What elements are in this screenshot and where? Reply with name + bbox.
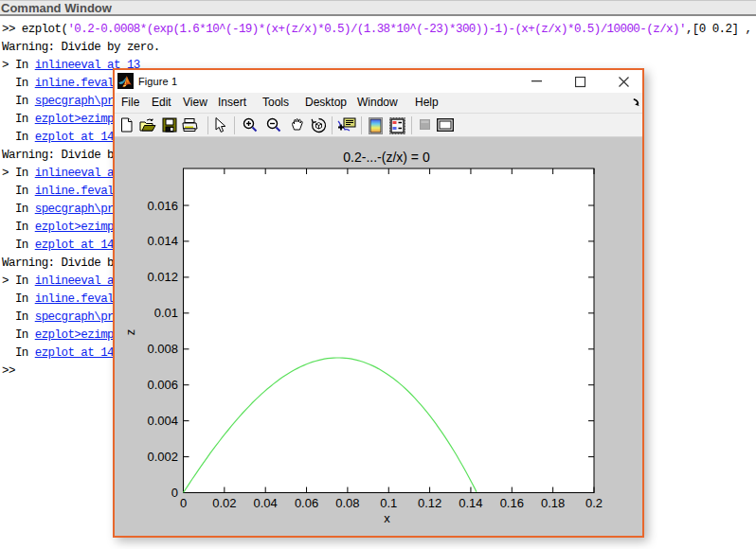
svg-text:0.002: 0.002 xyxy=(147,450,178,464)
svg-text:0.014: 0.014 xyxy=(147,234,178,248)
svg-text:0.12: 0.12 xyxy=(418,496,441,510)
svg-text:0.012: 0.012 xyxy=(147,270,178,284)
svg-text:0.04: 0.04 xyxy=(254,496,278,510)
svg-text:0.06: 0.06 xyxy=(295,496,318,510)
svg-text:0.16: 0.16 xyxy=(500,496,524,510)
svg-text:0.08: 0.08 xyxy=(335,496,359,510)
svg-text:0.01: 0.01 xyxy=(154,306,178,320)
svg-text:0.016: 0.016 xyxy=(147,199,178,213)
svg-text:0: 0 xyxy=(171,486,178,500)
svg-text:x: x xyxy=(384,511,390,525)
svg-text:0.004: 0.004 xyxy=(147,414,178,428)
svg-text:0.006: 0.006 xyxy=(147,378,178,392)
svg-text:0.18: 0.18 xyxy=(541,496,565,510)
svg-text:0.14: 0.14 xyxy=(459,496,482,510)
svg-text:0.02: 0.02 xyxy=(212,496,236,510)
svg-text:0.008: 0.008 xyxy=(147,342,178,356)
svg-text:0.1: 0.1 xyxy=(380,496,397,510)
svg-text:z: z xyxy=(123,329,137,336)
svg-text:0.2-...-(z/x) = 0: 0.2-...-(z/x) = 0 xyxy=(343,150,430,165)
svg-text:0: 0 xyxy=(180,496,187,510)
svg-text:0.2: 0.2 xyxy=(585,496,603,510)
